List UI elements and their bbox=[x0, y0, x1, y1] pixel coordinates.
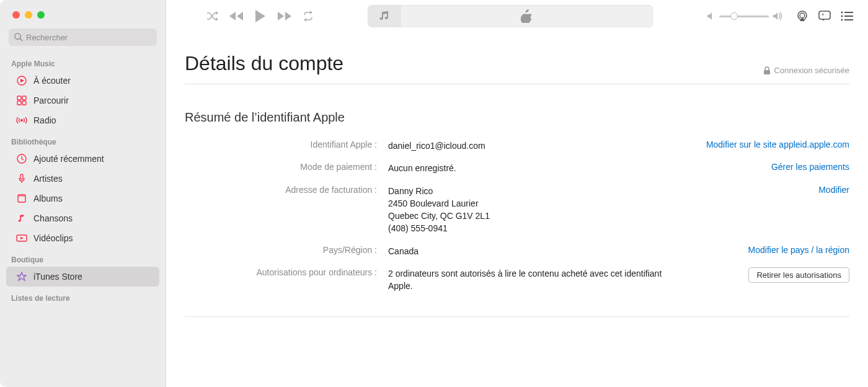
row-label: Adresse de facturation : bbox=[185, 185, 377, 195]
row-payment: Mode de paiement : Aucun enregistré. Gér… bbox=[185, 157, 849, 179]
svg-point-8 bbox=[20, 119, 23, 122]
sidebar-item-label: Ajouté récemment bbox=[33, 154, 104, 164]
search-input[interactable] bbox=[9, 29, 157, 46]
sidebar-item-songs[interactable]: Chansons bbox=[0, 208, 166, 228]
svg-rect-10 bbox=[20, 174, 23, 179]
next-track-icon[interactable] bbox=[278, 11, 291, 22]
billing-phone: (408) 555-0941 bbox=[388, 222, 686, 234]
svg-marker-29 bbox=[773, 12, 777, 20]
sidebar-section-store: Boutique bbox=[0, 248, 166, 267]
shuffle-icon[interactable] bbox=[206, 11, 218, 22]
manage-payments-link[interactable]: Gérer les paiements bbox=[771, 162, 849, 172]
svg-marker-19 bbox=[229, 12, 236, 20]
sidebar-item-label: Chansons bbox=[33, 213, 73, 223]
row-label: Autorisations pour ordinateurs : bbox=[185, 267, 377, 277]
svg-marker-21 bbox=[255, 10, 265, 22]
sidebar-item-albums[interactable]: Albums bbox=[0, 189, 166, 208]
minimize-window-button[interactable] bbox=[25, 11, 32, 19]
billing-name: Danny Rico bbox=[388, 185, 686, 197]
sidebar-item-label: Vidéoclips bbox=[33, 233, 73, 243]
row-value-apple-id: daniel_rico1@icloud.com bbox=[388, 140, 686, 152]
svg-rect-7 bbox=[22, 101, 26, 105]
video-icon bbox=[16, 233, 27, 243]
volume-slider-knob[interactable] bbox=[730, 12, 738, 20]
svg-marker-17 bbox=[216, 11, 218, 15]
edit-apple-id-link[interactable]: Modifier sur le site appleid.apple.com bbox=[706, 140, 849, 149]
svg-marker-3 bbox=[20, 79, 24, 82]
apple-logo-icon bbox=[401, 9, 652, 23]
volume-high-icon bbox=[773, 12, 784, 20]
volume-control[interactable] bbox=[707, 12, 784, 20]
sidebar-item-browse[interactable]: Parcourir bbox=[0, 91, 166, 110]
previous-track-icon[interactable] bbox=[229, 11, 243, 22]
play-circle-icon bbox=[16, 76, 27, 86]
svg-point-27 bbox=[384, 17, 388, 19]
svg-point-38 bbox=[841, 12, 843, 14]
section-title-apple-id: Résumé de l’identifiant Apple bbox=[185, 110, 849, 125]
row-apple-id: Identifiant Apple : daniel_rico1@icloud.… bbox=[185, 135, 849, 157]
lyrics-icon[interactable]: ” bbox=[818, 11, 831, 22]
close-window-button[interactable] bbox=[12, 11, 20, 19]
sidebar-item-label: iTunes Store bbox=[33, 272, 82, 282]
repeat-icon[interactable] bbox=[303, 11, 314, 21]
sidebar-item-recently-added[interactable]: Ajouté récemment bbox=[0, 149, 166, 169]
row-value-auth: 2 ordinateurs sont autorisés à lire le c… bbox=[388, 267, 686, 293]
volume-low-icon bbox=[707, 12, 715, 20]
star-icon bbox=[16, 272, 27, 282]
divider bbox=[185, 316, 849, 317]
svg-line-1 bbox=[20, 38, 22, 41]
clock-icon bbox=[16, 154, 27, 164]
page-title: Détails du compte bbox=[185, 52, 343, 75]
change-country-link[interactable]: Modifier le pays / la région bbox=[748, 245, 849, 255]
svg-point-40 bbox=[841, 19, 843, 21]
edit-billing-link[interactable]: Modifier bbox=[818, 185, 849, 195]
svg-point-0 bbox=[15, 33, 20, 39]
svg-rect-33 bbox=[819, 11, 830, 19]
grid-icon bbox=[16, 96, 27, 105]
search-icon bbox=[14, 32, 23, 42]
row-value-country: Canada bbox=[388, 245, 686, 257]
sidebar-item-label: Radio bbox=[33, 115, 56, 125]
sidebar-item-radio[interactable]: Radio bbox=[0, 110, 166, 130]
svg-marker-28 bbox=[707, 12, 712, 20]
sidebar-item-label: Albums bbox=[33, 194, 63, 203]
sidebar-item-label: Artistes bbox=[33, 174, 63, 184]
svg-marker-24 bbox=[310, 11, 312, 14]
row-value-billing: Danny Rico 2450 Boulevard Laurier Quebec… bbox=[388, 185, 686, 235]
sidebar-item-for-you[interactable]: À écouter bbox=[0, 71, 166, 91]
row-billing: Adresse de facturation : Danny Rico 2450… bbox=[185, 180, 849, 240]
svg-point-31 bbox=[800, 13, 805, 18]
svg-point-13 bbox=[19, 220, 21, 222]
sidebar: Apple Music À écouter Parcourir Radio Bi… bbox=[0, 0, 166, 387]
play-icon[interactable] bbox=[254, 9, 267, 23]
sidebar-item-label: À écouter bbox=[33, 76, 71, 86]
row-label: Mode de paiement : bbox=[185, 162, 377, 172]
sidebar-item-artists[interactable]: Artistes bbox=[0, 169, 166, 189]
row-authorizations: Autorisations pour ordinateurs : 2 ordin… bbox=[185, 262, 849, 298]
queue-icon[interactable] bbox=[841, 11, 853, 21]
sidebar-item-itunes-store[interactable]: iTunes Store bbox=[6, 267, 159, 287]
sidebar-section-library: Bibliothèque bbox=[0, 130, 166, 149]
volume-slider[interactable] bbox=[719, 16, 769, 17]
sidebar-section-playlists: Listes de lecture bbox=[0, 287, 166, 305]
billing-line1: 2450 Boulevard Laurier bbox=[388, 197, 686, 210]
svg-marker-20 bbox=[237, 12, 243, 20]
svg-marker-22 bbox=[278, 12, 284, 20]
svg-marker-16 bbox=[17, 272, 26, 280]
music-library-icon[interactable] bbox=[368, 6, 401, 27]
airplay-icon[interactable] bbox=[796, 11, 808, 22]
deauthorize-all-button[interactable]: Retirer les autorisations bbox=[748, 267, 849, 283]
topbar: ” bbox=[166, 0, 868, 32]
now-playing-bar[interactable] bbox=[368, 5, 653, 27]
svg-rect-41 bbox=[764, 70, 770, 74]
svg-rect-5 bbox=[22, 96, 26, 100]
svg-marker-18 bbox=[216, 17, 218, 21]
sidebar-item-videos[interactable]: Vidéoclips bbox=[0, 228, 166, 248]
svg-rect-6 bbox=[17, 101, 21, 105]
billing-line2: Quebec City, QC G1V 2L1 bbox=[388, 210, 686, 222]
maximize-window-button[interactable] bbox=[37, 11, 45, 19]
radio-icon bbox=[16, 115, 27, 125]
main-pane: ” Détails du compte Connexion sécurisée … bbox=[166, 0, 868, 387]
svg-text:”: ” bbox=[822, 12, 825, 19]
secure-connection-label: Connexion sécurisée bbox=[763, 66, 849, 75]
